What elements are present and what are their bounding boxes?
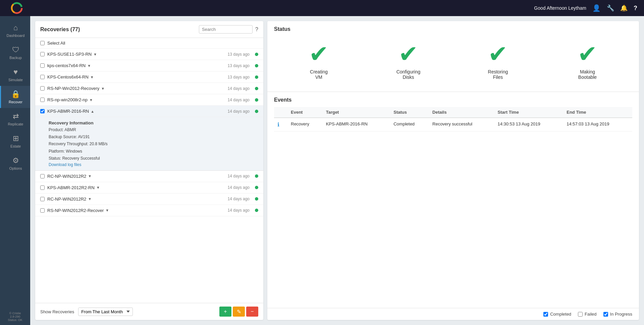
chevron-down-icon[interactable]: ▼ bbox=[96, 185, 100, 189]
chevron-up-icon[interactable]: ▲ bbox=[91, 109, 94, 113]
select-all-row[interactable]: Select All bbox=[35, 38, 263, 49]
list-item[interactable]: KPS-Centos6x64-RN ▼ 13 days ago bbox=[35, 71, 263, 83]
list-item[interactable]: KPS-ABMR-2016-RN ▲ 14 days ago bbox=[35, 106, 263, 117]
checkmark-icon: ✔ bbox=[488, 42, 508, 66]
checkmark-icon: ✔ bbox=[578, 42, 597, 66]
event-event: Recovery bbox=[287, 118, 323, 131]
status-dot bbox=[255, 209, 258, 212]
recovery-name: KPS-ABMR-2016-RN ▲ bbox=[47, 109, 225, 114]
sidebar-item-replicate[interactable]: ⇄ Replicate bbox=[0, 108, 30, 130]
chevron-down-icon[interactable]: ▼ bbox=[87, 64, 91, 68]
sidebar-item-simulate[interactable]: ♥ Simulate bbox=[0, 64, 30, 86]
sidebar-item-backup[interactable]: 🛡 Backup bbox=[0, 42, 30, 64]
select-all-label: Select All bbox=[47, 41, 65, 46]
list-item[interactable]: kps-centos7x64-RN ▼ 13 days ago bbox=[35, 60, 263, 71]
expanded-info: Recovery Information Product: ABMR Backu… bbox=[35, 117, 263, 171]
chevron-down-icon[interactable]: ▼ bbox=[88, 197, 92, 201]
add-recovery-button[interactable]: + bbox=[219, 307, 231, 317]
recovery-checkbox[interactable] bbox=[40, 174, 45, 178]
list-item[interactable]: RS-NP-WIN2012R2-Recover ▼ 14 days ago bbox=[35, 205, 263, 216]
left-panel: Recoveries (77) ? Select All bbox=[35, 21, 263, 320]
status-dot bbox=[255, 64, 258, 67]
col-icon bbox=[274, 107, 287, 118]
chevron-down-icon[interactable]: ▼ bbox=[101, 87, 105, 91]
events-title: Events bbox=[274, 97, 632, 103]
col-status: Status bbox=[390, 107, 429, 118]
failed-label: Failed bbox=[585, 312, 596, 317]
step-configuring-disks: ✔ ConfiguringDisks bbox=[375, 42, 442, 80]
right-panel: Status ✔ CreatingVM ✔ ConfiguringDisks ✔ bbox=[267, 21, 639, 320]
recovery-checkbox[interactable] bbox=[40, 208, 45, 213]
sidebar-label-backup: Backup bbox=[9, 56, 22, 60]
info-circle-icon: ℹ bbox=[277, 122, 279, 127]
search-area: ? bbox=[199, 25, 258, 34]
sidebar-item-recover[interactable]: 🔒 Recover bbox=[0, 86, 30, 108]
sidebar-label-dashboard: Dashboard bbox=[7, 34, 25, 38]
recovery-checkbox[interactable] bbox=[40, 86, 45, 91]
recovery-checkbox[interactable] bbox=[40, 109, 45, 113]
recovery-checkbox[interactable] bbox=[40, 197, 45, 201]
sidebar-label-simulate: Simulate bbox=[8, 78, 23, 82]
chevron-down-icon[interactable]: ▼ bbox=[90, 75, 94, 79]
recovery-name: RS-np-win2008r2-np ▼ bbox=[47, 97, 225, 102]
expanded-title: Recovery Information bbox=[49, 120, 258, 125]
list-item[interactable]: KPS-SUSE11-SP3-RN ▼ 13 days ago bbox=[35, 49, 263, 60]
content-area: Recoveries (77) ? Select All bbox=[30, 16, 644, 325]
event-start-time: 14:30:53 13 Aug 2019 bbox=[494, 118, 564, 131]
right-panel-footer: Completed Failed In Progress bbox=[267, 308, 639, 320]
sidebar: ⌂ Dashboard 🛡 Backup ♥ Simulate 🔒 Recove… bbox=[0, 16, 30, 325]
help-icon[interactable]: ? bbox=[634, 5, 637, 12]
recovery-checkbox[interactable] bbox=[40, 98, 45, 102]
backup-icon: 🛡 bbox=[12, 46, 19, 54]
panels: Recoveries (77) ? Select All bbox=[35, 21, 639, 320]
step-label: RestoringFiles bbox=[488, 69, 508, 80]
chevron-down-icon[interactable]: ▼ bbox=[89, 98, 93, 102]
estate-icon: ⊞ bbox=[13, 134, 19, 143]
wrench-icon[interactable]: 🔧 bbox=[607, 4, 614, 12]
failed-checkbox[interactable] bbox=[578, 312, 583, 317]
help-question-icon[interactable]: ? bbox=[255, 26, 258, 33]
legend-in-progress: In Progress bbox=[603, 312, 632, 317]
chevron-down-icon[interactable]: ▼ bbox=[93, 52, 97, 56]
table-header-row: Event Target Status Details Start Time E… bbox=[274, 107, 632, 118]
bell-icon[interactable]: 🔔 bbox=[620, 4, 628, 12]
show-recoveries-label: Show Recoveries bbox=[40, 309, 74, 314]
status-section: Status ✔ CreatingVM ✔ ConfiguringDisks ✔ bbox=[267, 21, 639, 92]
completed-checkbox[interactable] bbox=[543, 312, 548, 317]
status-steps: ✔ CreatingVM ✔ ConfiguringDisks ✔ Restor… bbox=[274, 39, 632, 87]
chevron-down-icon[interactable]: ▼ bbox=[88, 174, 92, 178]
list-item[interactable]: RS-np-win2008r2-np ▼ 14 days ago bbox=[35, 94, 263, 106]
list-item[interactable]: RC-NP-WIN2012R2 ▼ 14 days ago bbox=[35, 194, 263, 205]
filter-select[interactable]: From The Last Month From The Last Week F… bbox=[78, 308, 133, 316]
list-item[interactable]: RC-NP-WIN2012R2 ▼ 14 days ago bbox=[35, 171, 263, 182]
user-icon[interactable]: 👤 bbox=[592, 4, 601, 12]
simulate-icon: ♥ bbox=[13, 68, 18, 76]
sidebar-footer-text: © Cristie2.8-290Status: OK bbox=[8, 312, 22, 322]
sidebar-item-dashboard[interactable]: ⌂ Dashboard bbox=[0, 19, 30, 42]
select-all-checkbox[interactable] bbox=[40, 41, 45, 45]
in-progress-checkbox[interactable] bbox=[603, 312, 608, 317]
checkmark-icon: ✔ bbox=[398, 42, 418, 66]
recovery-checkbox[interactable] bbox=[40, 185, 45, 190]
table-row: ℹ Recovery KPS-ABMR-2016-RN Completed Re… bbox=[274, 118, 632, 131]
chevron-down-icon[interactable]: ▼ bbox=[105, 208, 109, 212]
download-log-link[interactable]: Download log files bbox=[49, 162, 81, 167]
sidebar-item-estate[interactable]: ⊞ Estate bbox=[0, 130, 30, 152]
sidebar-label-replicate: Replicate bbox=[8, 122, 23, 126]
sidebar-item-options[interactable]: ⚙ Options bbox=[0, 152, 30, 174]
legend-completed: Completed bbox=[543, 312, 571, 317]
recovery-checkbox[interactable] bbox=[40, 63, 45, 68]
info-throughput: Recovery Throughput: 20.8 MB/s bbox=[49, 141, 258, 147]
recovery-checkbox[interactable] bbox=[40, 52, 45, 56]
step-label: MakingBootable bbox=[578, 69, 597, 80]
replicate-icon: ⇄ bbox=[13, 112, 19, 121]
list-item[interactable]: RS-NP-Win2012-Recovery ▼ 14 days ago bbox=[35, 83, 263, 94]
list-item[interactable]: KPS-ABMR-2012R2-RN ▼ 14 days ago bbox=[35, 182, 263, 194]
recovery-checkbox[interactable] bbox=[40, 75, 45, 79]
recovery-name: kps-centos7x64-RN ▼ bbox=[47, 63, 225, 68]
recovery-name: RS-NP-Win2012-Recovery ▼ bbox=[47, 86, 225, 91]
search-input[interactable] bbox=[199, 25, 253, 34]
col-details: Details bbox=[429, 107, 494, 118]
edit-recovery-button[interactable]: ✎ bbox=[233, 307, 245, 317]
delete-recovery-button[interactable]: − bbox=[246, 307, 258, 317]
